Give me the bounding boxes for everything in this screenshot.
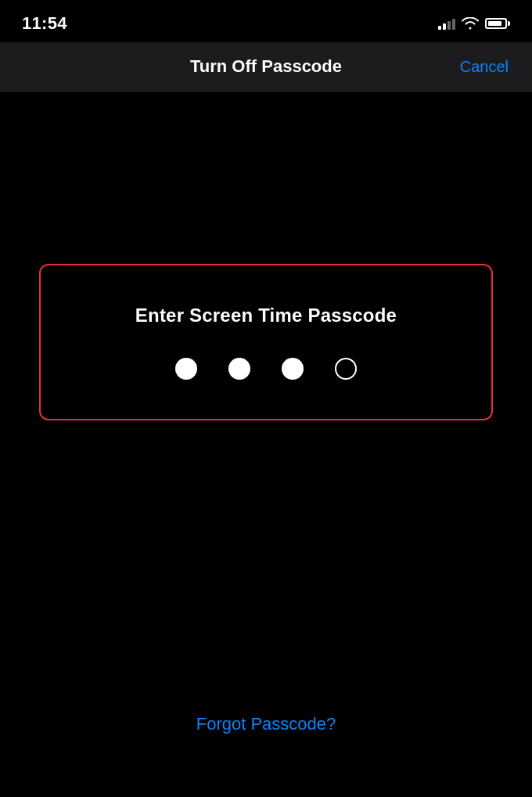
signal-icon: [438, 17, 455, 30]
status-icons: [438, 17, 510, 30]
status-time: 11:54: [22, 13, 67, 34]
passcode-prompt: Enter Screen Time Passcode: [135, 305, 397, 326]
passcode-dot-4: [335, 358, 357, 380]
passcode-box: Enter Screen Time Passcode: [39, 264, 493, 420]
nav-bar: Turn Off Passcode Cancel: [0, 42, 532, 92]
wifi-icon: [462, 17, 479, 30]
forgot-passcode-button[interactable]: Forgot Passcode?: [196, 714, 336, 734]
battery-icon: [485, 18, 510, 29]
passcode-dots: [175, 358, 357, 380]
main-content: Enter Screen Time Passcode: [0, 217, 532, 467]
passcode-dot-1: [175, 358, 197, 380]
passcode-dot-2: [228, 358, 250, 380]
page-title: Turn Off Passcode: [86, 56, 446, 77]
cancel-button[interactable]: Cancel: [446, 58, 509, 76]
status-bar: 11:54: [0, 0, 532, 42]
passcode-dot-3: [282, 358, 304, 380]
